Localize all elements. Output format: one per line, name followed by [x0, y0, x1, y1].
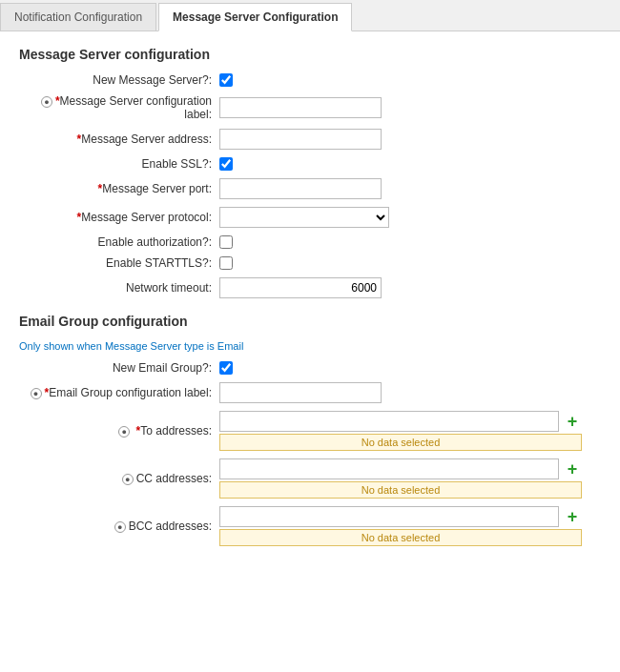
- protocol-label: *Message Server protocol:: [19, 211, 219, 224]
- to-addresses-row: ● *To addresses: + No data selected: [19, 411, 601, 451]
- enable-starttls-label: Enable STARTTLS?:: [19, 256, 219, 270]
- to-addresses-input-row: +: [219, 411, 582, 432]
- enable-auth-checkbox[interactable]: [219, 235, 233, 249]
- port-label: *Message Server port:: [19, 182, 219, 195]
- enable-ssl-row: Enable SSL?:: [19, 157, 601, 171]
- network-timeout-input[interactable]: [219, 277, 382, 298]
- cc-addresses-label: ●CC addresses:: [19, 472, 219, 485]
- config-label-info-icon[interactable]: ●: [41, 96, 52, 108]
- tab-notification[interactable]: Notification Configuration: [0, 3, 156, 31]
- tab-message-server[interactable]: Message Server Configuration: [158, 3, 352, 31]
- new-message-server-label: New Message Server?:: [19, 73, 219, 87]
- address-row: *Message Server address:: [19, 129, 601, 150]
- email-group-section-title: Email Group configuration: [19, 314, 601, 329]
- port-input[interactable]: [219, 178, 382, 199]
- config-label-input[interactable]: [219, 97, 382, 118]
- content-area: Message Server configuration New Message…: [0, 31, 620, 569]
- bcc-addresses-info-icon[interactable]: ●: [114, 521, 126, 533]
- cc-addresses-container: + No data selected: [219, 458, 582, 499]
- enable-auth-label: Enable authorization?:: [19, 235, 219, 249]
- bcc-addresses-no-data: No data selected: [219, 529, 582, 546]
- to-addresses-input[interactable]: [219, 411, 559, 432]
- new-message-server-checkbox[interactable]: [219, 73, 233, 87]
- cc-addresses-input[interactable]: [219, 458, 559, 479]
- cc-addresses-add-button[interactable]: +: [563, 459, 582, 479]
- enable-starttls-row: Enable STARTTLS?:: [19, 256, 601, 270]
- enable-ssl-label: Enable SSL?:: [19, 157, 219, 171]
- network-timeout-row: Network timeout:: [19, 277, 601, 298]
- email-config-label-row: ●*Email Group configuration label:: [19, 382, 601, 403]
- email-config-label-label: ●*Email Group configuration label:: [19, 386, 219, 399]
- to-addresses-info-icon[interactable]: ●: [118, 426, 130, 438]
- config-label-row: ●*Message Server configuration label:: [19, 94, 601, 121]
- message-server-section-title: Message Server configuration: [19, 47, 601, 62]
- email-group-subtitle: Only shown when Message Server type is E…: [19, 340, 601, 352]
- tab-bar: Notification Configuration Message Serve…: [0, 0, 620, 31]
- protocol-row: *Message Server protocol: SMTP IMAP POP3: [19, 207, 601, 228]
- email-config-label-info-icon[interactable]: ●: [31, 388, 42, 399]
- new-email-group-label: New Email Group?:: [19, 361, 219, 375]
- network-timeout-label: Network timeout:: [19, 281, 219, 295]
- enable-ssl-checkbox[interactable]: [219, 157, 233, 171]
- bcc-addresses-container: + No data selected: [219, 506, 582, 546]
- email-config-label-input[interactable]: [219, 382, 382, 403]
- protocol-select[interactable]: SMTP IMAP POP3: [219, 207, 389, 228]
- bcc-addresses-input-row: +: [219, 506, 582, 527]
- bcc-addresses-input[interactable]: [219, 506, 559, 527]
- new-email-group-checkbox[interactable]: [219, 361, 233, 375]
- cc-addresses-row: ●CC addresses: + No data selected: [19, 458, 601, 499]
- bcc-addresses-label: ●BCC addresses:: [19, 519, 219, 533]
- to-addresses-label: ● *To addresses:: [19, 424, 219, 438]
- cc-addresses-info-icon[interactable]: ●: [122, 474, 134, 485]
- cc-addresses-no-data: No data selected: [219, 481, 582, 499]
- cc-addresses-input-row: +: [219, 458, 582, 479]
- to-addresses-no-data: No data selected: [219, 434, 582, 451]
- config-label-label: ●*Message Server configuration label:: [19, 94, 219, 121]
- enable-starttls-checkbox[interactable]: [219, 256, 233, 270]
- new-message-server-row: New Message Server?:: [19, 73, 601, 87]
- to-addresses-add-button[interactable]: +: [563, 412, 582, 431]
- address-input[interactable]: [219, 129, 382, 150]
- to-addresses-container: + No data selected: [219, 411, 582, 451]
- enable-auth-row: Enable authorization?:: [19, 235, 601, 249]
- new-email-group-row: New Email Group?:: [19, 361, 601, 375]
- bcc-addresses-row: ●BCC addresses: + No data selected: [19, 506, 601, 546]
- address-label: *Message Server address:: [19, 132, 219, 146]
- bcc-addresses-add-button[interactable]: +: [563, 507, 582, 526]
- port-row: *Message Server port:: [19, 178, 601, 199]
